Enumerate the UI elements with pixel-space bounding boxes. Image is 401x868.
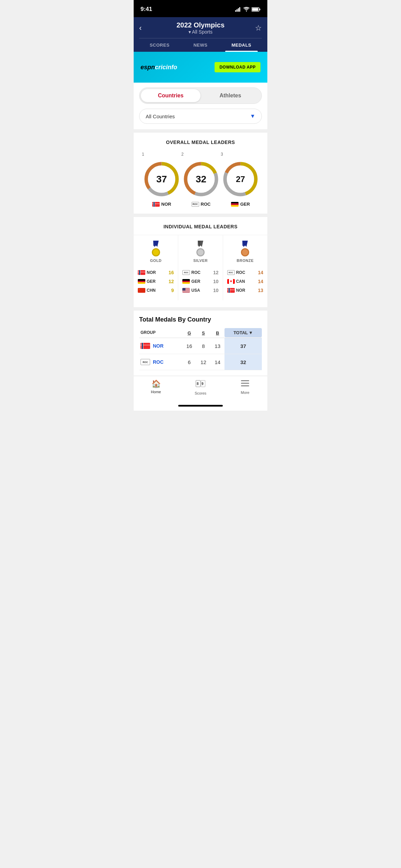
- col-total: TOTAL ▼: [224, 328, 262, 337]
- silver-row-usa[interactable]: USA 10: [181, 286, 220, 295]
- medal-columns: GOLD NOR 16 GER 12: [134, 235, 267, 300]
- svg-rect-36: [182, 288, 185, 291]
- nav-home-label: Home: [151, 390, 161, 394]
- svg-rect-35: [182, 292, 190, 292]
- header: ‹ 2022 Olympics ▾ All Sports ☆ SCORES NE…: [134, 17, 267, 52]
- gold-medal-icon: [150, 241, 162, 256]
- header-title: 2022 Olympics ▾ All Sports: [149, 21, 252, 35]
- col-gold: G: [182, 328, 196, 338]
- svg-rect-6: [259, 9, 260, 10]
- svg-rect-5: [252, 8, 258, 11]
- nav-home[interactable]: 🏠 Home: [144, 379, 168, 395]
- toggle-section: Countries Athletes: [134, 83, 267, 109]
- home-indicator: [134, 402, 267, 411]
- svg-rect-34: [182, 291, 190, 292]
- bronze-medal-icon: [239, 241, 251, 256]
- rank-2: 2: [181, 152, 184, 157]
- medal-circle-roc[interactable]: 2 32 ROC: [181, 152, 221, 207]
- status-icons: [235, 7, 260, 12]
- gold-label: GOLD: [150, 258, 162, 263]
- content: espncricinfo DOWNLOAD APP Countries Athl…: [134, 52, 267, 376]
- medal-circles: 1 37: [139, 152, 262, 207]
- overall-medal-leaders: OVERALL MEDAL LEADERS 1 37: [134, 133, 267, 214]
- ger-label: GER: [231, 202, 250, 207]
- wifi-icon: [243, 7, 250, 12]
- svg-point-28: [197, 249, 204, 255]
- gold-row-nor[interactable]: NOR 16: [136, 268, 175, 277]
- gold-row-ger[interactable]: GER 12: [136, 277, 175, 286]
- svg-text:9: 9: [202, 382, 204, 386]
- bronze-row-nor[interactable]: NOR 13: [226, 286, 265, 295]
- silver-label: SILVER: [193, 258, 208, 263]
- svg-rect-42: [227, 279, 229, 284]
- bottom-nav: 🏠 Home 8 9 Scores More: [134, 376, 267, 402]
- svg-rect-33: [182, 291, 190, 291]
- ad-download-button[interactable]: DOWNLOAD APP: [215, 62, 260, 72]
- signal-icon: [235, 7, 241, 12]
- favorite-button[interactable]: ☆: [252, 24, 262, 33]
- gold-column: GOLD NOR 16 GER 12: [134, 235, 178, 300]
- tab-news[interactable]: NEWS: [180, 38, 221, 52]
- main-title: 2022 Olympics: [149, 21, 252, 29]
- status-time: 9:41: [141, 6, 152, 13]
- athletes-toggle[interactable]: Athletes: [200, 89, 260, 102]
- home-bar: [178, 405, 223, 407]
- svg-rect-1: [236, 9, 238, 12]
- sub-title[interactable]: ▾ All Sports: [149, 29, 252, 35]
- nav-scores[interactable]: 8 9 Scores: [189, 379, 212, 395]
- countries-dropdown[interactable]: All Countries ▼: [139, 109, 262, 124]
- col-bronze: B: [210, 328, 224, 338]
- rank-3: 3: [221, 152, 223, 157]
- individual-title: INDIVIDUAL MEDAL LEADERS: [134, 224, 267, 229]
- roc-label: ROC ROC: [192, 202, 211, 207]
- medal-circle-ger[interactable]: 3 27: [221, 152, 260, 207]
- gold-row-chn[interactable]: CHN 9: [136, 286, 175, 295]
- roc-table-link[interactable]: ROC: [153, 359, 163, 365]
- col-group: GROUP: [139, 328, 182, 338]
- silver-row-ger[interactable]: GER 10: [181, 277, 220, 286]
- silver-row-roc[interactable]: ROC ROC 12: [181, 268, 220, 277]
- chevron-down-icon: ▼: [250, 113, 255, 119]
- nor-table-link[interactable]: NOR: [153, 343, 163, 349]
- svg-point-40: [242, 249, 248, 255]
- svg-rect-51: [241, 380, 249, 381]
- nav-more[interactable]: More: [233, 379, 257, 395]
- table-row-nor[interactable]: NOR 16 8 13 37: [139, 338, 262, 354]
- ger-count: 27: [236, 174, 245, 184]
- bronze-row-roc[interactable]: ROC ROC 14: [226, 268, 265, 277]
- scores-icon: 8 9: [196, 379, 205, 390]
- overall-title: OVERALL MEDAL LEADERS: [139, 140, 262, 145]
- back-button[interactable]: ‹: [139, 24, 149, 33]
- dropdown-section: All Countries ▼: [134, 109, 267, 129]
- dropdown-label: All Countries: [146, 113, 175, 119]
- table-row-roc[interactable]: ROC ROC 6 12 14 32: [139, 354, 262, 370]
- home-icon: 🏠: [151, 379, 161, 388]
- roc-count: 32: [196, 174, 206, 185]
- svg-rect-43: [233, 279, 235, 284]
- nor-label: NOR: [152, 202, 171, 207]
- tab-scores[interactable]: SCORES: [139, 38, 180, 52]
- svg-point-22: [153, 249, 159, 255]
- header-tabs: SCORES NEWS MEDALS: [139, 38, 262, 52]
- more-icon: [240, 379, 250, 389]
- bronze-row-can[interactable]: CAN 14: [226, 277, 265, 286]
- bronze-label: BRONZE: [237, 258, 254, 263]
- medals-table: GROUP G S B TOTAL ▼ NOR 16 8: [139, 328, 262, 370]
- status-bar: 9:41: [134, 0, 267, 17]
- rank-1: 1: [142, 152, 144, 157]
- nor-count: 37: [156, 174, 167, 185]
- svg-rect-53: [241, 385, 249, 386]
- table-section: Total Medals By Country GROUP G S B TOTA…: [134, 311, 267, 376]
- countries-toggle[interactable]: Countries: [141, 89, 200, 102]
- svg-text:8: 8: [197, 382, 199, 386]
- ad-banner[interactable]: espncricinfo DOWNLOAD APP: [134, 52, 267, 83]
- individual-medal-leaders: INDIVIDUAL MEDAL LEADERS GOLD: [134, 217, 267, 307]
- svg-rect-52: [241, 383, 249, 384]
- medal-circle-nor[interactable]: 1 37: [142, 152, 181, 207]
- col-silver: S: [196, 328, 210, 338]
- svg-rect-2: [238, 8, 239, 12]
- bronze-column: BRONZE ROC ROC 14 CAN 14: [223, 235, 267, 300]
- svg-rect-0: [235, 10, 236, 12]
- table-heading: Total Medals By Country: [139, 316, 262, 323]
- tab-medals[interactable]: MEDALS: [221, 38, 262, 52]
